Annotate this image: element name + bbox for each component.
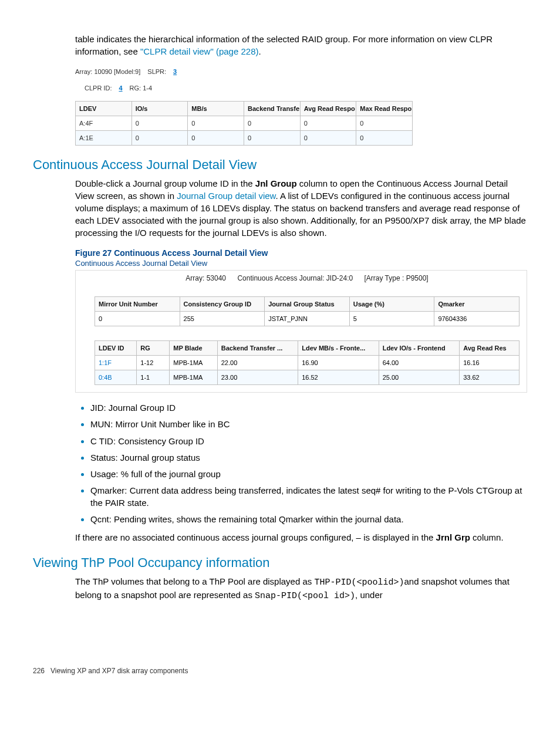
cajd-panel: Array: 53040 Continuous Access Journal: … [75,270,527,393]
page: table indicates the hierarchical informa… [0,0,560,698]
table-cell: 16.52 [298,370,379,385]
table-cell: 25.00 [379,370,459,385]
figure-27: Continuous Access Journal Detail View Ar… [75,259,527,393]
ldev-col-maxread: Max Read Respo [356,102,413,116]
clpr-detail-link[interactable]: "CLPR detail view" (page 228) [140,46,259,56]
table-cell: 0 [131,116,188,131]
breadcrumb-row-2: CLPR ID: 4 RG: 1-4 [85,85,527,92]
cajd-header-line: Array: 53040 Continuous Access Journal: … [95,271,519,296]
table-cell: 1-1 [137,370,170,385]
table-cell: 1-12 [137,356,170,370]
ldev-col-backend: Backend Transfe [244,102,300,116]
table-cell: 0 [356,131,413,146]
detail-col-header: Avg Read Res [460,341,519,356]
ldev-table: LDEV IO/s MB/s Backend Transfe Avg Read … [75,101,413,146]
table-cell: 0 [244,131,300,146]
table-row: A:4F00000 [76,116,413,131]
slpr-label: SLPR: [147,68,166,75]
post-bullets-after: column. [470,532,504,542]
cajd-array-label: Array: 53040 [185,274,226,282]
table-cell: 0:4B [95,370,137,385]
ldev-col-avgread: Avg Read Respo [300,102,356,116]
list-item: Status: Journal group status [90,452,527,464]
breadcrumb-row-1: Array: 10090 [Model:9] SLPR: 3 [75,68,527,75]
cajd-p-before: Double-click a Journal group volume ID i… [75,178,255,188]
table-cell: 0 [188,131,244,146]
table-cell: 16.16 [460,356,519,370]
intro-text-before: table indicates the hierarchical informa… [75,34,492,56]
cajd-detail-table: LDEV IDRGMP BladeBackend Transfer ...Lde… [95,340,519,385]
table-cell: 0 [300,131,356,146]
thp-before-mono1: The ThP volumes that belong to a ThP Poo… [75,576,314,586]
thp-mono1: THP-PID(<poolid>) [314,578,404,588]
thp-mono2: Snap-PID(<pool id>) [255,591,355,601]
array-model-label: Array: 10090 [Model:9] [75,68,140,75]
ldev-table-header-row: LDEV IO/s MB/s Backend Transfe Avg Read … [76,102,413,116]
post-bullets-paragraph: If there are no associated continuous ac… [75,531,527,544]
detail-col-header: Ldev MB/s - Fronte... [298,341,379,356]
cajd-heading: Continuous Access Journal Detail View [33,157,527,173]
table-cell: 22.00 [217,356,298,370]
table-cell: MPB-1MA [170,356,217,370]
table-cell: 1:1F [95,356,137,370]
detail-col-header: MP Blade [170,341,217,356]
sum-col-usage: Usage (%) [349,297,434,312]
list-item: Usage: % full of the journal group [90,468,527,480]
slpr-link[interactable]: 3 [173,68,177,75]
ldev-table-wrap: LDEV IO/s MB/s Backend Transfe Avg Read … [75,101,413,146]
table-cell: 0 [188,116,244,131]
sum-cell: 5 [349,312,434,326]
detail-col-header: LDEV ID [95,341,137,356]
figure-27-caption: Figure 27 Continuous Access Journal Deta… [75,248,527,258]
journal-group-detail-link[interactable]: Journal Group detail view [177,191,275,201]
sum-col-cgid: Consistency Group ID [180,297,265,312]
page-footer: 226 Viewing XP and XP7 disk array compon… [33,667,527,675]
clpr-id-label: CLPR ID: [85,85,112,92]
list-item: Qcnt: Pending writes, shows the remainin… [90,514,527,525]
ldev-col-ldev: LDEV [76,102,132,116]
detail-col-header: Ldev IO/s - Frontend [379,341,459,356]
definition-list: JID: Journal Group IDMUN: Mirror Unit Nu… [75,402,527,525]
list-item: C TID: Consistency Group ID [90,436,527,447]
list-item: JID: Journal Group ID [90,402,527,414]
list-item: Qmarker: Current data address being tran… [90,485,527,509]
table-cell: 33.62 [460,370,519,385]
list-item: MUN: Mirror Unit Number like in BC [90,418,527,430]
post-bullets-before: If there are no associated continuous ac… [75,532,436,542]
sum-col-mun: Mirror Unit Number [95,297,180,312]
table-cell: 23.00 [217,370,298,385]
table-cell: 0 [244,116,300,131]
sum-cell: 255 [180,312,265,326]
cajd-summary-table: Mirror Unit Number Consistency Group ID … [95,296,519,326]
detail-col-header: Backend Transfer ... [217,341,298,356]
cajd-fig-title: Continuous Access Journal Detail View [75,259,527,268]
detail-col-header: RG [137,341,170,356]
cajd-paragraph: Double-click a Journal group volume ID i… [75,177,527,544]
sum-row: 0 255 JSTAT_PJNN 5 97604336 [95,312,519,326]
jnl-group-bold: Jnl Group [255,178,297,188]
sum-cell: JSTAT_PJNN [265,312,350,326]
table-cell: 64.00 [379,356,459,370]
table-cell: MPB-1MA [170,370,217,385]
thp-after: , under [355,590,383,600]
cajd-type-label: [Array Type : P9500] [365,274,429,282]
page-number: 226 [33,667,45,675]
sum-cell: 0 [95,312,180,326]
clpr-link[interactable]: 4 [119,85,122,92]
thp-heading: Viewing ThP Pool Occupancy information [33,555,527,571]
table-row: 0:4B1-1MPB-1MA23.0016.5225.0033.62 [95,370,519,385]
jrnl-grp-bold: Jrnl Grp [436,532,470,542]
sum-cell: 97604336 [434,312,519,326]
cajd-journal-label: Continuous Access Journal: JID-24:0 [237,274,353,282]
breadcrumb-figure: Array: 10090 [Model:9] SLPR: 3 CLPR ID: … [75,68,527,146]
intro-paragraph: table indicates the hierarchical informa… [75,33,527,58]
table-cell: A:1E [76,131,132,146]
table-row: 1:1F1-12MPB-1MA22.0016.9064.0016.16 [95,356,519,370]
footer-title: Viewing XP and XP7 disk array components [50,667,188,675]
rg-label: RG: 1-4 [130,85,153,92]
table-cell: A:4F [76,116,132,131]
table-cell: 16.90 [298,356,379,370]
ldev-col-mbs: MB/s [188,102,244,116]
table-cell: 0 [131,131,188,146]
sum-col-status: Journal Group Status [265,297,350,312]
